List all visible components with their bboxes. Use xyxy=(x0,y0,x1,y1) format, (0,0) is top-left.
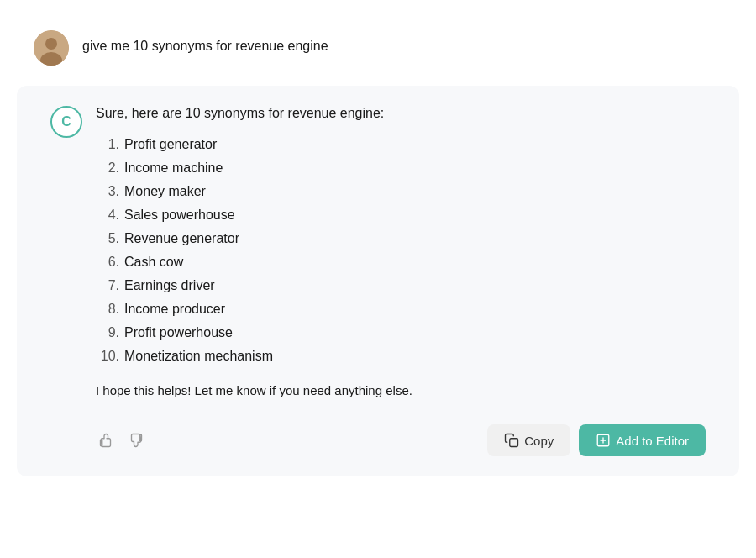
list-number: 4. xyxy=(96,208,119,223)
action-buttons: Copy Add to Editor xyxy=(487,424,706,456)
ai-footer: I hope this helps! Let me know if you ne… xyxy=(96,383,706,397)
list-item-text: Monetization mechanism xyxy=(124,349,273,364)
editor-label: Add to Editor xyxy=(616,434,689,448)
list-number: 3. xyxy=(96,184,119,199)
thumbs-down-button[interactable] xyxy=(124,429,146,451)
add-to-editor-button[interactable]: Add to Editor xyxy=(579,424,706,456)
svg-rect-5 xyxy=(510,439,518,447)
list-item-text: Sales powerhouse xyxy=(124,208,235,223)
list-item: 5.Revenue generator xyxy=(96,227,706,250)
ai-intro: Sure, here are 10 synonyms for revenue e… xyxy=(96,106,706,121)
list-number: 9. xyxy=(96,325,119,340)
list-item: 7.Earnings driver xyxy=(96,274,706,297)
list-item-text: Income machine xyxy=(124,161,223,176)
list-item: 4.Sales powerhouse xyxy=(96,203,706,227)
ai-avatar: C xyxy=(50,106,82,138)
list-item-text: Profit generator xyxy=(124,137,217,152)
feedback-icons xyxy=(96,429,146,451)
thumbs-up-icon xyxy=(99,433,114,448)
copy-button[interactable]: Copy xyxy=(487,424,570,456)
user-message-text: give me 10 synonyms for revenue engine xyxy=(82,30,328,54)
list-number: 8. xyxy=(96,302,119,317)
list-item: 2.Income machine xyxy=(96,156,706,180)
list-number: 6. xyxy=(96,255,119,270)
list-number: 1. xyxy=(96,137,119,152)
user-avatar xyxy=(34,30,69,66)
list-number: 7. xyxy=(96,278,119,293)
list-item: 9.Profit powerhouse xyxy=(96,321,706,345)
thumbs-up-button[interactable] xyxy=(96,429,118,451)
list-number: 5. xyxy=(96,231,119,246)
action-bar: Copy Add to Editor xyxy=(96,418,706,456)
list-item-text: Profit powerhouse xyxy=(124,325,233,340)
list-item-text: Income producer xyxy=(124,302,225,317)
chat-container: give me 10 synonyms for revenue engine C… xyxy=(0,0,756,500)
list-item-text: Earnings driver xyxy=(124,278,215,293)
list-item: 1.Profit generator xyxy=(96,133,706,156)
list-item: 3.Money maker xyxy=(96,180,706,203)
ai-content: Sure, here are 10 synonyms for revenue e… xyxy=(96,106,706,456)
user-message: give me 10 synonyms for revenue engine xyxy=(0,17,756,79)
svg-point-1 xyxy=(45,38,57,50)
list-item-text: Money maker xyxy=(124,184,206,199)
copy-label: Copy xyxy=(524,434,554,448)
editor-icon xyxy=(596,433,611,448)
copy-icon xyxy=(504,433,519,448)
list-item: 8.Income producer xyxy=(96,297,706,321)
list-item: 10.Monetization mechanism xyxy=(96,345,706,368)
list-item-text: Cash cow xyxy=(124,255,183,270)
synonyms-list: 1.Profit generator2.Income machine3.Mone… xyxy=(96,133,706,368)
list-item: 6.Cash cow xyxy=(96,250,706,274)
thumbs-down-icon xyxy=(128,433,143,448)
ai-message: C Sure, here are 10 synonyms for revenue… xyxy=(17,86,739,476)
list-number: 2. xyxy=(96,161,119,176)
list-number: 10. xyxy=(96,349,119,364)
list-item-text: Revenue generator xyxy=(124,231,239,246)
